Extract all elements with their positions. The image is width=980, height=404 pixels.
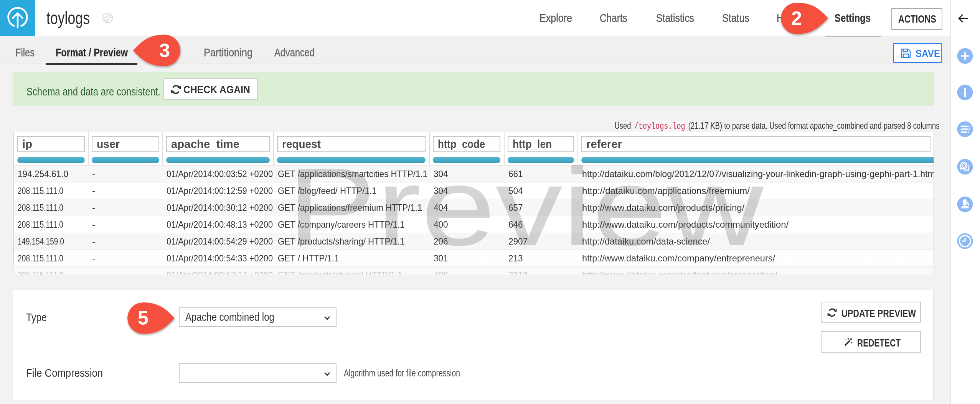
svg-text:5: 5 bbox=[138, 307, 148, 329]
svg-text:3: 3 bbox=[159, 40, 170, 61]
svg-text:2: 2 bbox=[791, 8, 802, 29]
